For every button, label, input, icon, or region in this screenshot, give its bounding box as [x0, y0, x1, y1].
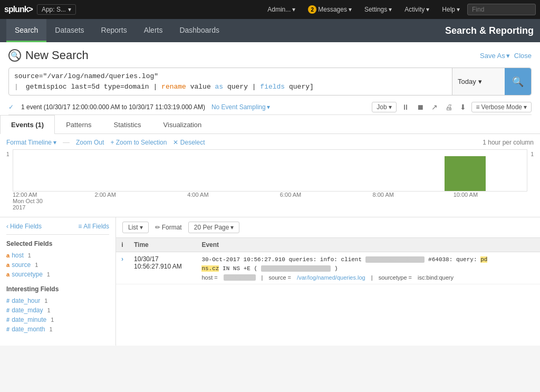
pencil-icon: ✏ [155, 224, 160, 231]
tab-statistics-label: Statistics [114, 121, 141, 129]
print-button[interactable]: 🖨 [443, 102, 455, 112]
time-range-picker[interactable]: Today ▾ [452, 68, 505, 95]
format-label: Format [162, 224, 182, 231]
field-name-sourcetype: sourcetype [12, 271, 43, 278]
app-selector-chevron-icon: ▾ [68, 6, 71, 13]
deselect-button[interactable]: ✕ Deselect [173, 139, 205, 146]
timeline-y-label-right: 1 [531, 151, 534, 157]
all-fields-icon: ≡ [78, 223, 82, 230]
app-selector[interactable]: App: S... ▾ [37, 4, 76, 15]
field-count-sourcetype: 1 [47, 271, 50, 278]
messages-menu[interactable]: 2 Messages ▾ [303, 3, 357, 16]
hide-fields-button[interactable]: ‹ Hide Fields [6, 223, 42, 230]
tab-patterns-label: Patterns [66, 121, 91, 129]
query-value-text: value [190, 83, 215, 91]
tab-reports[interactable]: Reports [93, 19, 136, 42]
tab-events[interactable]: Events (1) [0, 115, 55, 134]
stop-button[interactable]: ⏹ [414, 102, 426, 112]
search-query-display[interactable]: source="/var/log/named/queries.log" | ge… [9, 68, 452, 95]
page-content: 🔍 New Search Save As ▾ Close source="/va… [0, 42, 540, 115]
row-expand-cell[interactable]: › [116, 252, 129, 284]
top-nav: splunk> App: S... ▾ Admin... ▾ 2 Message… [0, 0, 540, 19]
tab-alerts[interactable]: Alerts [136, 19, 171, 42]
tab-statistics[interactable]: Statistics [103, 115, 152, 134]
share-button[interactable]: ↗ [429, 102, 440, 112]
field-hash-icon-3: # [6, 317, 9, 323]
verbose-mode-icon: ≡ [476, 103, 480, 111]
events-table: i Time Event › 10/30/17 [116, 238, 540, 284]
search-bar: source="/var/log/named/queries.log" | ge… [8, 68, 532, 95]
verbose-mode-label: Verbose Mode [481, 103, 522, 111]
event-query-highlight: pd [480, 256, 487, 263]
field-date-minute[interactable]: # date_minute 1 [6, 315, 109, 324]
admin-chevron-icon: ▾ [292, 6, 295, 13]
tab-visualization[interactable]: Visualization [152, 115, 213, 134]
tab-search-label: Search [15, 26, 38, 34]
save-as-button[interactable]: Save As ▾ [480, 52, 510, 60]
activity-menu[interactable]: Activity ▾ [399, 4, 435, 15]
event-line1: 30-Oct-2017 10:56:27.910 queries: info: … [201, 255, 535, 264]
event-count-text: 1 event (10/30/17 12:00:00.000 AM to 10/… [21, 103, 205, 111]
meta-source-value: /var/log/named/queries.log [297, 274, 365, 281]
col-event-label: Event [201, 241, 219, 248]
event-time-cell: 10/30/17 10:56:27.910 AM [129, 252, 196, 284]
col-header-time[interactable]: Time [129, 238, 196, 252]
help-menu[interactable]: Help ▾ [437, 4, 465, 15]
app-title: Search & Reporting [445, 25, 534, 36]
fields-sidebar: ‹ Hide Fields ≡ All Fields Selected Fiel… [0, 217, 116, 346]
tab-events-label: Events (1) [11, 121, 44, 129]
timeline-label-10am: 10:00 AM [454, 192, 478, 198]
event-time-value: 10:56:27.910 AM [134, 263, 191, 270]
tab-patterns[interactable]: Patterns [55, 115, 102, 134]
tab-visualization-label: Visualization [163, 121, 202, 129]
tab-dashboards[interactable]: Dashboards [171, 19, 228, 42]
timeline-label-6am: 6:00 AM [280, 192, 301, 198]
export-button[interactable]: ⬇ [458, 102, 468, 112]
list-button[interactable]: List ▾ [122, 222, 149, 233]
format-timeline-button[interactable]: Format Timeline ▾ [6, 139, 56, 146]
interesting-fields-title: Interesting Fields [6, 285, 109, 293]
search-header-left: 🔍 New Search [8, 49, 89, 62]
query-source-text: source="/var/log/named/queries.log" [14, 72, 158, 80]
no-event-sampling-chevron-icon: ▾ [267, 103, 270, 111]
field-source[interactable]: a source 1 [6, 260, 109, 270]
field-date-month[interactable]: # date_month 1 [6, 324, 109, 334]
field-type-a-icon: a [6, 252, 9, 259]
query-line1: source="/var/log/named/queries.log" [14, 71, 447, 82]
splunk-logo: splunk> [4, 5, 33, 14]
hide-fields-label: Hide Fields [10, 223, 42, 230]
field-sourcetype[interactable]: a sourcetype 1 [6, 270, 109, 279]
save-as-label: Save As [480, 52, 505, 60]
zoom-out-button[interactable]: Zoom Out [76, 139, 104, 146]
query-query-text: query [227, 83, 252, 91]
per-page-button[interactable]: 20 Per Page ▾ [188, 222, 240, 233]
help-chevron-icon: ▾ [457, 6, 460, 13]
status-check-icon: ✓ [8, 103, 14, 111]
list-chevron-icon: ▾ [140, 224, 143, 231]
event-close-paren: ) [334, 265, 338, 272]
col-header-event[interactable]: Event [196, 238, 540, 252]
field-host[interactable]: a host 1 [6, 251, 109, 260]
tab-search[interactable]: Search [6, 19, 46, 42]
field-date-hour[interactable]: # date_hour 1 [6, 296, 109, 305]
tab-datasets[interactable]: Datasets [46, 19, 92, 42]
expand-chevron-icon[interactable]: › [121, 255, 123, 263]
timeline-chart[interactable] [13, 149, 527, 192]
search-button[interactable]: 🔍 [505, 68, 531, 95]
close-button[interactable]: Close [514, 52, 532, 60]
zoom-to-selection-button[interactable]: + Zoom to Selection [110, 139, 167, 146]
all-fields-button[interactable]: ≡ All Fields [78, 223, 109, 230]
event-meta: host = host | source = /var/log/named/qu… [201, 274, 535, 281]
settings-menu[interactable]: Settings ▾ [359, 4, 397, 15]
field-date-mday[interactable]: # date_mday 1 [6, 305, 109, 315]
format-button[interactable]: ✏ Format [155, 224, 182, 231]
find-input[interactable] [467, 4, 536, 15]
field-type-a-icon-2: a [6, 262, 9, 268]
verbose-mode-button[interactable]: ≡ Verbose Mode ▾ [471, 102, 532, 112]
admin-menu[interactable]: Admin... ▾ [262, 4, 301, 15]
field-count-date-month: 1 [50, 326, 53, 332]
no-event-sampling-btn[interactable]: No Event Sampling ▾ [211, 103, 270, 111]
job-button[interactable]: Job ▾ [372, 102, 396, 112]
pause-button[interactable]: ⏸ [400, 102, 411, 112]
event-line2: ns.cz IN NS +E ( redacted ) [201, 264, 535, 273]
